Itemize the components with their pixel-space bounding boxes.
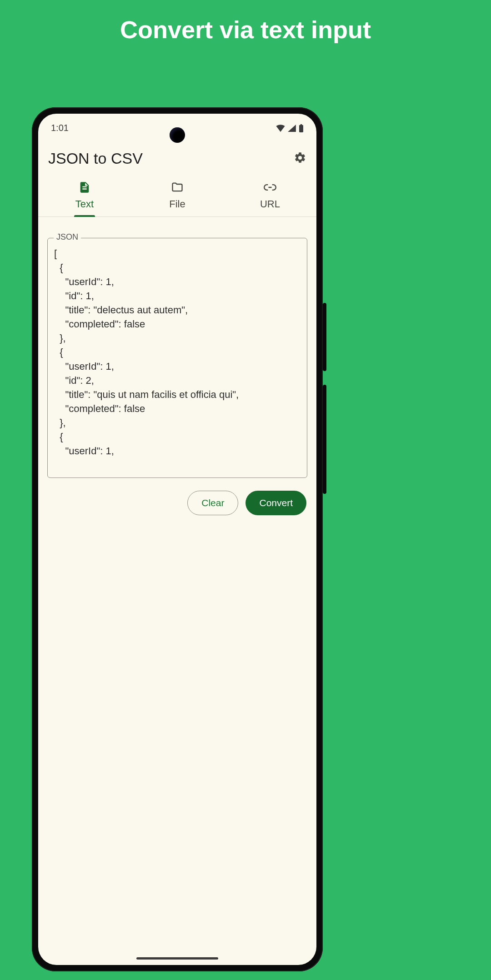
json-field: JSON — [47, 238, 307, 480]
settings-button[interactable] — [294, 151, 306, 166]
battery-icon — [299, 124, 304, 132]
wifi-icon — [276, 125, 285, 132]
convert-button[interactable]: Convert — [246, 491, 306, 515]
json-input[interactable] — [47, 238, 307, 478]
text-snippet-icon — [78, 181, 91, 194]
tab-label: File — [169, 198, 185, 210]
cellular-icon — [288, 125, 296, 132]
phone-camera-cutout — [170, 127, 185, 143]
link-icon — [264, 181, 276, 194]
clear-button[interactable]: Clear — [187, 491, 238, 515]
statusbar-time: 1:01 — [51, 123, 69, 133]
phone-volume-button — [323, 385, 326, 494]
statusbar-icons — [276, 124, 304, 132]
app-title: JSON to CSV — [48, 150, 143, 167]
tabs: Text File URL — [38, 176, 316, 217]
svg-rect-0 — [299, 125, 303, 132]
gear-icon — [294, 151, 306, 164]
svg-rect-1 — [301, 124, 302, 126]
phone-power-button — [323, 303, 326, 371]
tab-label: Text — [75, 198, 94, 210]
nav-pill — [136, 957, 218, 960]
tab-url[interactable]: URL — [224, 176, 316, 216]
phone-screen: 1:01 JSON to CSV Text File — [38, 114, 316, 965]
promo-title: Convert via text input — [0, 0, 491, 44]
folder-icon — [171, 181, 184, 194]
json-field-label: JSON — [54, 232, 81, 242]
phone-frame: 1:01 JSON to CSV Text File — [32, 107, 323, 971]
tab-text[interactable]: Text — [38, 176, 131, 216]
action-row: Clear Convert — [38, 480, 316, 526]
tab-file[interactable]: File — [131, 176, 224, 216]
tab-label: URL — [260, 198, 280, 210]
